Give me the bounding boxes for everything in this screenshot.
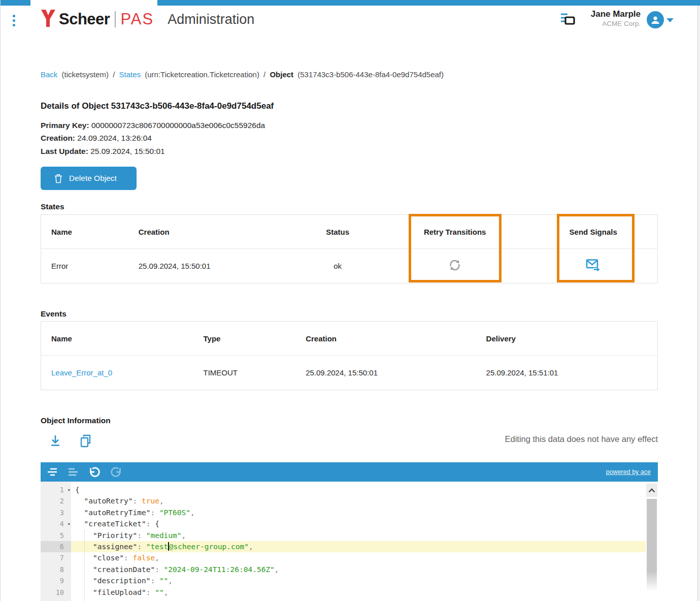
editor-line-4[interactable]: 4▾ "createTicket": { [41, 518, 658, 529]
indent-icon[interactable] [47, 465, 58, 479]
align-left-icon[interactable] [68, 465, 79, 479]
states-header-row: Name Creation Status Retry Transitions S… [41, 215, 657, 249]
user-menu[interactable]: Jane Marple ACME Corp. [563, 9, 641, 28]
state-creation: 25.09.2024, 15:50:01 [128, 262, 294, 270]
kebab-menu-icon[interactable] [11, 15, 17, 28]
brand-scheer: Scheer [59, 10, 110, 28]
primary-key-value: 0000000723c806700000000a53e006c0c55926da [91, 121, 265, 130]
editor-line-10[interactable]: 10 "fileUpload": "", [41, 587, 658, 598]
editor-line-1[interactable]: 1▾{ [41, 484, 658, 495]
states-col-retry: Retry Transitions [381, 228, 529, 236]
states-heading: States [41, 202, 64, 211]
editor-lines: 1▾{2 "autoRetry": true,3 "autoRetryTime"… [41, 484, 658, 598]
page-scrollbar[interactable] [697, 6, 700, 601]
events-col-type: Type [193, 334, 296, 343]
creation-label: Creation: [41, 134, 75, 142]
events-row: Leave_Error_at_0 TIMEOUT 25.09.2024, 15:… [41, 356, 657, 390]
editor-body[interactable]: 1▾{2 "autoRetry": true,3 "autoRetryTime"… [41, 482, 658, 601]
details-heading: Details of Object 531743c3-b506-443e-8fa… [41, 101, 274, 111]
delete-object-button[interactable]: Delete Object [41, 167, 137, 190]
events-heading: Events [41, 309, 66, 319]
events-col-delivery: Delivery [476, 334, 657, 343]
indent-guide [84, 530, 85, 601]
states-table: Name Creation Status Retry Transitions S… [41, 214, 658, 283]
breadcrumb-separator: / [113, 70, 115, 79]
editor-line-2[interactable]: 2 "autoRetry": true, [41, 495, 658, 507]
events-table: Name Type Creation Delivery Leave_Error_… [41, 321, 658, 390]
primary-key-label: Primary Key: [41, 121, 89, 130]
editor-line-6[interactable]: 6 "assignee": "test@scheer-group.com", [41, 541, 658, 552]
trash-icon [54, 174, 62, 183]
brand-pas: PAS [120, 10, 154, 28]
redo-icon[interactable] [110, 465, 122, 479]
fold-icon: ▾ [67, 519, 71, 530]
event-creation: 25.09.2024, 15:50:01 [295, 368, 476, 377]
send-signal-button[interactable] [585, 258, 602, 274]
send-signal-icon [586, 259, 601, 272]
event-delivery: 25.09.2024, 15:51:01 [476, 368, 657, 377]
scrollbar-thumb[interactable] [647, 499, 657, 591]
undo-icon[interactable] [88, 465, 101, 479]
delete-object-label: Delete Object [69, 174, 117, 183]
page-title: Administration [168, 12, 254, 27]
breadcrumb-states-link[interactable]: States [119, 70, 141, 79]
person-icon [650, 14, 661, 25]
editor-line-5[interactable]: 5 "Priority": "medium", [41, 530, 658, 541]
breadcrumb-object-context: (531743c3-b506-443e-8fa4-0e9d754d5eaf) [297, 70, 444, 79]
brand-logo: Scheer PAS Administration [41, 10, 254, 29]
edit-note: Editing this data does not have any effe… [41, 434, 658, 444]
editor-toolbar: powered by ace [41, 462, 658, 482]
breadcrumb-states-context: (urn:Ticketcreation.Ticketcreation) [145, 70, 259, 79]
events-col-name: Name [41, 334, 193, 343]
page: Scheer PAS Administration Jane Marple AC… [0, 0, 700, 601]
editor-scrollbar[interactable] [646, 482, 658, 601]
state-status: ok [294, 262, 381, 270]
json-editor: powered by ace 1▾{2 "autoRetry": true,3 … [41, 462, 658, 601]
brand-separator [115, 11, 116, 27]
creation-value: 24.09.2024, 13:26:04 [77, 134, 152, 142]
fold-icon: ▾ [67, 485, 71, 496]
event-name-link[interactable]: Leave_Error_at_0 [41, 368, 193, 377]
editor-line-8[interactable]: 8 "creationDate": "2024-09-24T11:26:04.5… [41, 564, 658, 575]
last-update-label: Last Update: [41, 147, 88, 155]
events-header-row: Name Type Creation Delivery [41, 322, 657, 356]
states-col-status: Status [294, 228, 381, 236]
editor-line-3[interactable]: 3 "autoRetryTime": "PT60S", [41, 507, 658, 518]
user-org: ACME Corp. [563, 19, 641, 28]
states-col-name: Name [41, 228, 128, 236]
breadcrumb-object: Object [270, 70, 293, 79]
retry-transitions-icon [448, 258, 462, 272]
last-update-value: 25.09.2024, 15:50:01 [90, 147, 165, 155]
breadcrumb-back-link[interactable]: Back [41, 70, 57, 79]
state-name: Error [41, 262, 128, 270]
editor-line-7[interactable]: 7 "close": false, [41, 552, 658, 563]
breadcrumb: Back (ticketsystem) / States (urn:Ticket… [41, 70, 446, 79]
events-col-creation: Creation [295, 334, 476, 343]
event-type: TIMEOUT [193, 368, 296, 377]
user-name: Jane Marple [563, 9, 641, 19]
breadcrumb-back-context: (ticketsystem) [62, 70, 109, 79]
states-col-creation: Creation [128, 228, 294, 236]
object-meta: Primary Key: 0000000723c806700000000a53e… [41, 119, 265, 157]
scheer-logo-mark [41, 10, 56, 29]
top-strip [0, 0, 700, 6]
left-edge [0, 0, 1, 601]
breadcrumb-separator: / [263, 70, 265, 79]
scroll-up-icon[interactable] [646, 484, 657, 497]
chevron-down-icon[interactable] [666, 18, 674, 22]
avatar[interactable] [647, 11, 664, 28]
powered-by-ace-link[interactable]: powered by ace [606, 468, 651, 476]
editor-line-9[interactable]: 9 "description": "", [41, 575, 658, 586]
retry-transitions-button[interactable] [447, 257, 463, 275]
states-row: Error 25.09.2024, 15:50:01 ok [41, 249, 657, 283]
top-strip-notch [30, 0, 157, 6]
states-col-signals: Send Signals [529, 228, 657, 236]
object-info-heading: Object Information [41, 416, 111, 425]
